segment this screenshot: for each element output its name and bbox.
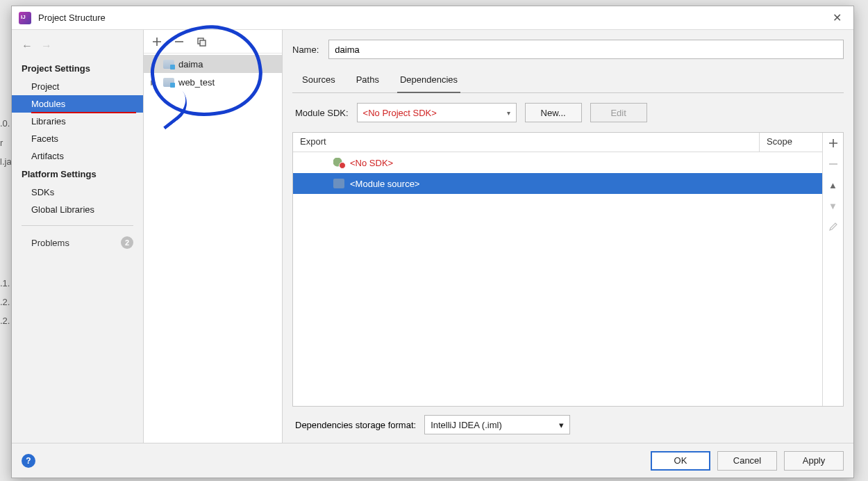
sdk-edit-button: Edit — [590, 103, 647, 122]
sidebar-item-problems[interactable]: Problems 2 — [12, 233, 143, 252]
close-button[interactable]: ✕ — [827, 8, 846, 28]
dependencies-side-toolbar: ▲ ▼ — [822, 133, 843, 406]
copy-module-button[interactable] — [195, 35, 208, 48]
dialog-footer: ? OK Cancel Apply — [12, 443, 853, 478]
section-platform-settings: Platform Settings — [12, 165, 143, 184]
col-scope[interactable]: Scope — [760, 133, 822, 152]
module-sdk-label: Module SDK: — [295, 108, 349, 118]
expander-icon[interactable]: ▶ — [151, 79, 159, 86]
sidebar-item-global-libraries[interactable]: Global Libraries — [12, 201, 143, 218]
col-export[interactable]: Export — [293, 133, 760, 152]
sidebar-item-facets[interactable]: Facets — [12, 130, 143, 147]
intellij-icon — [19, 12, 31, 24]
sidebar-item-project[interactable]: Project — [12, 78, 143, 95]
module-list-panel: daima ▶ web_test — [144, 30, 283, 443]
module-label: daima — [178, 59, 203, 70]
module-icon — [163, 78, 174, 87]
window-title: Project Structure — [38, 13, 827, 23]
bg-text: .0. — [0, 118, 12, 129]
module-detail-panel: Name: Sources Paths Dependencies Module … — [283, 30, 853, 443]
storage-format-label: Dependencies storage format: — [295, 420, 416, 430]
divider — [22, 225, 133, 226]
dep-label: <Module source> — [350, 179, 419, 189]
tab-sources[interactable]: Sources — [299, 70, 338, 92]
name-label: Name: — [292, 44, 319, 55]
module-tree: daima ▶ web_test — [144, 54, 282, 443]
bg-text: .1. — [0, 278, 10, 288]
sidebar-item-artifacts[interactable]: Artifacts — [12, 147, 143, 165]
storage-format-dropdown[interactable]: IntelliJ IDEA (.iml) ▾ — [424, 415, 570, 434]
bg-text: .2. — [0, 297, 10, 307]
problems-label: Problems — [31, 238, 69, 248]
sidebar-item-sdks[interactable]: SDKs — [12, 184, 143, 201]
module-tree-item-daima[interactable]: daima — [144, 55, 282, 73]
tab-paths[interactable]: Paths — [353, 70, 382, 92]
problems-badge: 2 — [121, 236, 133, 249]
help-button[interactable]: ? — [22, 454, 35, 468]
module-name-input[interactable] — [328, 40, 844, 59]
chevron-down-icon: ▾ — [507, 109, 510, 117]
move-down-button[interactable]: ▼ — [826, 198, 841, 213]
dependencies-table: Export Scope <No SDK> <Module source> — [292, 132, 844, 407]
sdk-missing-icon — [333, 158, 344, 168]
cancel-button[interactable]: Cancel — [717, 451, 777, 471]
sidebar: ← → Project Settings Project Modules Lib… — [12, 30, 144, 443]
add-module-button[interactable] — [151, 35, 163, 48]
chevron-down-icon: ▾ — [559, 420, 564, 430]
bg-text: r — [0, 138, 12, 149]
tab-dependencies[interactable]: Dependencies — [397, 70, 460, 93]
project-structure-dialog: Project Structure ✕ ← → Project Settings… — [11, 6, 854, 478]
ok-button[interactable]: OK — [651, 451, 710, 471]
bg-text: l.ja — [0, 156, 12, 168]
dep-row-module-source[interactable]: <Module source> — [293, 173, 822, 194]
bg-text: .2. — [0, 316, 10, 326]
module-sdk-dropdown[interactable]: <No Project SDK> ▾ — [357, 103, 517, 122]
module-tabs: Sources Paths Dependencies — [292, 70, 844, 93]
svg-rect-1 — [200, 40, 206, 46]
add-dependency-button[interactable] — [826, 136, 841, 151]
remove-dependency-button[interactable] — [826, 156, 841, 172]
section-project-settings: Project Settings — [12, 59, 143, 78]
module-sdk-value: <No Project SDK> — [363, 108, 437, 118]
dep-label: <No SDK> — [350, 158, 393, 168]
move-up-button[interactable]: ▲ — [826, 177, 841, 193]
module-tree-item-web-test[interactable]: ▶ web_test — [144, 73, 282, 91]
apply-button[interactable]: Apply — [784, 451, 844, 471]
sidebar-item-modules[interactable]: Modules — [12, 95, 143, 113]
nav-forward-icon[interactable]: → — [41, 40, 52, 52]
module-toolbar — [144, 30, 282, 54]
titlebar: Project Structure ✕ — [12, 6, 853, 30]
storage-format-value: IntelliJ IDEA (.iml) — [431, 420, 502, 430]
sidebar-item-libraries[interactable]: Libraries — [12, 113, 143, 130]
nav-back-icon[interactable]: ← — [22, 40, 33, 52]
remove-module-button[interactable] — [173, 35, 185, 48]
table-header: Export Scope — [293, 133, 822, 152]
sdk-new-button[interactable]: New... — [525, 103, 582, 122]
module-label: web_test — [178, 77, 215, 88]
edit-dependency-button[interactable] — [826, 219, 841, 234]
module-icon — [163, 60, 174, 69]
dep-row-no-sdk[interactable]: <No SDK> — [293, 152, 822, 173]
module-source-icon — [333, 179, 344, 188]
